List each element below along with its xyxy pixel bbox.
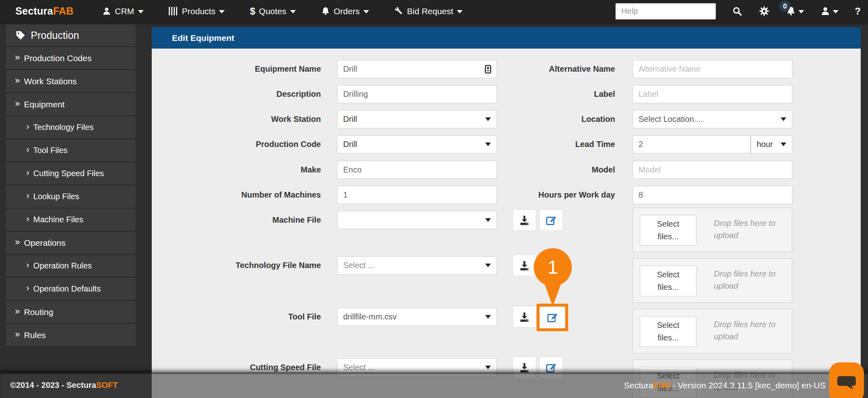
sidebar-item-label: Cutting Speed Files <box>33 169 104 178</box>
panel-header: Edit Equipment <box>152 27 861 49</box>
sidebar-title: Production <box>6 24 136 47</box>
chevron-icon: › <box>26 192 29 202</box>
technology-file-download-button[interactable] <box>513 255 536 276</box>
sidebar-item-routing[interactable]: »Routing <box>6 301 136 324</box>
navbar-right: 0 ? <box>615 0 861 22</box>
field-label: Equipment Name <box>169 60 321 78</box>
field-label: Number of Machines <box>169 186 321 204</box>
field-label: Work Station <box>169 110 321 128</box>
tool-file-select[interactable]: drillfile-mm.csv <box>337 308 497 326</box>
machine-file-dropzone[interactable]: Select files... Drop files here to uploa… <box>632 208 792 252</box>
sidebar-item-equipment[interactable]: »Equipment <box>6 93 136 116</box>
select-value: hour <box>757 140 781 149</box>
sidebar-item-production-codes[interactable]: »Production Codes <box>6 47 136 70</box>
sidebar-item-operation-rules[interactable]: ›Operation Rules <box>6 255 136 278</box>
sidebar-item-work-stations[interactable]: »Work Stations <box>6 70 136 93</box>
sidebar-item-cutting-speed-files[interactable]: ›Cutting Speed Files <box>6 162 136 185</box>
chevron-down-icon <box>363 10 369 13</box>
location-select[interactable]: Select Location.... <box>632 110 792 128</box>
technology-file-dropzone[interactable]: Select files... Drop files here to uploa… <box>632 258 792 303</box>
copyright-prefix: ©2014 - 2023 - Sectura <box>10 381 96 390</box>
dropzone-hint: Drop files here to upload <box>714 217 789 241</box>
sidebar-item-label: Operations <box>24 238 66 248</box>
chevron-down-icon <box>485 218 491 222</box>
machine-file-select[interactable] <box>337 211 497 229</box>
sidebar-item-operation-defaults[interactable]: ›Operation Defaults <box>6 278 136 301</box>
copyright-text: ©2014 - 2023 - SecturaSOFT <box>10 372 118 398</box>
select-files-button[interactable]: Select files... <box>640 266 696 296</box>
select-value: drillfile-mm.csv <box>343 312 485 321</box>
tag-icon <box>15 30 26 41</box>
panel-body: Equipment Name Description Work Station … <box>152 49 861 398</box>
field-label: Label <box>463 85 615 103</box>
sidebar-item-label: Rules <box>24 330 46 340</box>
app-logo[interactable]: SecturaFAB <box>15 5 74 17</box>
help-search-input[interactable] <box>615 3 716 19</box>
sidebar-item-label: Tool Files <box>33 146 67 155</box>
user-menu-button[interactable] <box>820 6 838 16</box>
sidebar-item-label: Routing <box>24 307 53 317</box>
settings-button[interactable] <box>759 6 770 17</box>
tool-file-edit-button[interactable] <box>539 306 565 328</box>
technology-file-edit-button[interactable] <box>539 255 563 276</box>
sidebar-item-operations[interactable]: »Operations <box>6 232 136 255</box>
field-label: Lead Time <box>463 135 615 153</box>
alternative-name-input[interactable] <box>632 60 792 78</box>
lead-time-input[interactable] <box>632 135 751 153</box>
wrench-icon <box>394 6 403 16</box>
sidebar-item-rules[interactable]: »Rules <box>6 324 136 347</box>
chevron-icon: › <box>26 215 29 225</box>
menu-crm[interactable]: CRM <box>102 6 144 16</box>
chevron-down-icon <box>485 315 491 319</box>
dropzone-hint: Drop files here to upload <box>714 318 789 343</box>
machine-file-download-button[interactable] <box>513 209 536 231</box>
dropzone-hint: Drop files here to upload <box>714 268 789 292</box>
sidebar-item-label: Operation Rules <box>33 261 92 270</box>
sidebar-item-lookup-files[interactable]: ›Lookup Files <box>6 185 136 209</box>
technology-file-select[interactable]: Select ... <box>337 256 497 275</box>
menu-label: Bid Request <box>407 6 453 16</box>
menu-label: Quotes <box>259 6 287 16</box>
search-icon <box>732 6 743 17</box>
chevron-down-icon <box>781 117 786 121</box>
field-label: Make <box>169 161 321 179</box>
sidebar-item-technology-files[interactable]: ›Technology Files <box>6 116 136 139</box>
logo-text-orange: FAB <box>53 5 74 17</box>
sidebar-item-label: Work Stations <box>24 77 76 86</box>
hours-per-work-day-input[interactable] <box>632 186 792 204</box>
tool-file-download-button[interactable] <box>513 306 536 328</box>
notifications-button[interactable]: 0 <box>786 6 804 16</box>
tool-file-dropzone[interactable]: Select files... Drop files here to uploa… <box>632 309 792 353</box>
menu-orders[interactable]: Orders <box>321 6 369 16</box>
chevron-icon: » <box>15 53 20 63</box>
machine-file-edit-button[interactable] <box>539 209 563 231</box>
chevron-icon: » <box>15 76 20 86</box>
select-value: Select ... <box>343 363 485 372</box>
gear-icon <box>759 6 770 17</box>
chevron-icon: › <box>26 261 29 271</box>
top-navbar: SecturaFAB CRM Products $ Quotes Orders … <box>0 0 868 22</box>
field-label: Model <box>463 161 615 179</box>
menu-bid-request[interactable]: Bid Request <box>394 6 463 16</box>
menu-products[interactable]: Products <box>169 6 225 16</box>
select-files-button[interactable]: Select files... <box>640 215 696 246</box>
search-button[interactable] <box>732 6 743 17</box>
chat-launcher-button[interactable] <box>829 362 864 398</box>
help-button[interactable]: ? <box>855 6 861 17</box>
field-label: Technology File Name <box>169 256 321 275</box>
sidebar-item-machine-files[interactable]: ›Machine Files <box>6 209 136 232</box>
edit-icon <box>545 260 557 272</box>
chevron-icon: › <box>26 145 29 155</box>
select-files-button[interactable]: Select files... <box>640 316 696 347</box>
sidebar-item-tool-files[interactable]: ›Tool Files <box>6 139 136 162</box>
menu-quotes[interactable]: $ Quotes <box>250 6 295 17</box>
menu-label: CRM <box>115 6 134 16</box>
model-input[interactable] <box>632 161 792 179</box>
select-value: Select ... <box>343 261 485 270</box>
field-label: Production Code <box>169 135 321 153</box>
status-bar: ©2014 - 2023 - SecturaSOFT SecturaFAB - … <box>0 372 868 398</box>
lead-time-unit-select[interactable]: hour <box>751 135 792 153</box>
chevron-down-icon <box>781 143 786 146</box>
label-input[interactable] <box>632 85 792 103</box>
chevron-icon: » <box>15 307 20 317</box>
